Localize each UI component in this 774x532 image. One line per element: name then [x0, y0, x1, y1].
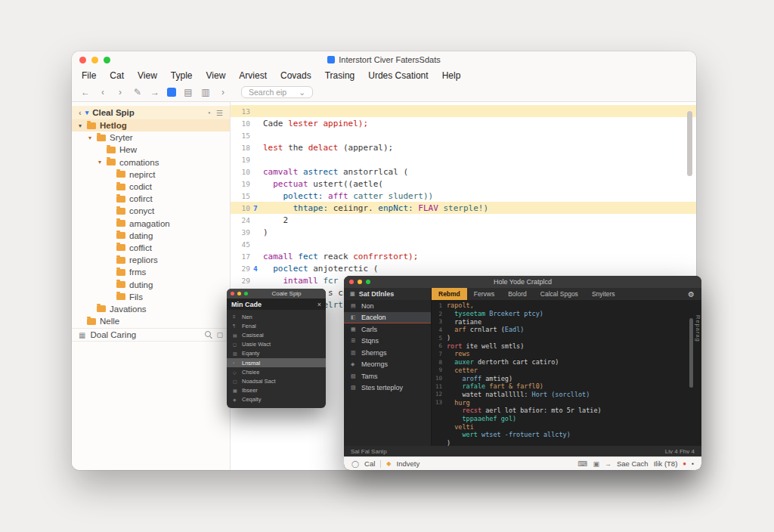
dark-editor-line[interactable]: 7 rews — [435, 350, 697, 358]
dark-editor-line[interactable]: recst aerl lot bafior: mto 5r latie) — [435, 407, 697, 415]
sidebar-item-comations[interactable]: ▾comations — [72, 156, 230, 169]
chevron-right-icon[interactable]: › — [218, 87, 228, 97]
menu-item-urdes-csationt[interactable]: Urdes Csationt — [368, 70, 428, 81]
back-chevron-icon[interactable]: ‹ — [79, 108, 82, 117]
statusbar-ilik-label[interactable]: Ilik (T8) — [654, 459, 678, 468]
dark-editor-line[interactable]: 9 cetter — [435, 367, 697, 375]
dark-editor-line[interactable]: tppaaehef gol) — [435, 415, 697, 423]
sidebar-item-duting[interactable]: duting — [72, 278, 230, 290]
statusbar-item-indvety[interactable]: Indvety — [397, 459, 420, 468]
dark-titlebar[interactable]: Hole Yode Cratplcd — [344, 276, 701, 288]
dark-sidebar-item-eacelon[interactable]: ◧Eacelon — [344, 312, 431, 324]
statusbar-cache-label[interactable]: Sae Cach — [617, 459, 649, 468]
tab-snyiters[interactable]: Snyiters — [585, 288, 622, 300]
editor-line[interactable]: 107 thtape: ceiingr. enpNct: FLAV sterpl… — [231, 202, 696, 214]
dark-sidebar-item-stes-terteploy[interactable]: ▨Stes terteploy — [344, 382, 431, 394]
panel-icon[interactable]: ▤ — [183, 87, 194, 97]
popup-item-ibseer[interactable]: ▦Ibseer — [227, 386, 326, 395]
sidebar-item-codict[interactable]: codict — [72, 181, 230, 193]
popup-minimize-button[interactable] — [237, 292, 241, 295]
popup-item-casiseal[interactable]: ▤Casiseal — [227, 330, 326, 339]
dark-sidebar-item-non[interactable]: ▤Non — [344, 300, 431, 312]
dark-editor-line[interactable]: 3 ratiane — [435, 317, 697, 326]
dark-editor-line[interactable]: 1rapolt, — [435, 302, 697, 310]
keyboard-icon[interactable]: ⌨ — [577, 460, 587, 468]
next-icon[interactable]: › — [115, 87, 125, 97]
dark-editor-line[interactable]: ) — [435, 439, 697, 446]
window-panel-icon[interactable]: ▣ — [593, 460, 599, 468]
popup-item-nen[interactable]: ≡Nen — [227, 312, 326, 321]
popup-close-button[interactable] — [231, 292, 234, 295]
menu-item-file[interactable]: File — [82, 70, 96, 81]
filter-box-icon[interactable]: ▢ — [216, 331, 223, 339]
dark-sidebar-item-carls[interactable]: ▦Carls — [344, 323, 431, 336]
dark-sidebar-item-stqns[interactable]: ☰Stqns — [344, 336, 431, 348]
editor-line[interactable]: 45 — [231, 238, 696, 250]
sidebar-item-conyct[interactable]: conyct — [72, 205, 230, 217]
dark-editor-line[interactable]: 10 aroff amtieg) — [435, 374, 697, 382]
popup-zoom-button[interactable] — [244, 292, 248, 295]
menu-item-covads[interactable]: Covads — [280, 70, 311, 81]
menu-item-arviest[interactable]: Arviest — [239, 70, 267, 81]
back-icon[interactable]: ← — [80, 87, 91, 97]
editor-line[interactable]: 39) — [231, 226, 696, 238]
sidebar-item-dating[interactable]: dating — [72, 230, 230, 242]
editor-line[interactable]: 19 — [231, 153, 696, 165]
dark-sidebar-item-sherngs[interactable]: ▥Sherngs — [344, 347, 431, 359]
sidebar-item-nelle[interactable]: Nelle — [72, 315, 230, 327]
editor-line[interactable]: 10Cade lester appinel); — [231, 117, 696, 129]
titlebar[interactable]: Interstort Civer FatersSdats — [72, 51, 696, 68]
list-icon[interactable]: ☰ — [216, 109, 223, 117]
dark-editor-line[interactable]: velti — [435, 422, 697, 431]
sidebar-item-repliors[interactable]: repliors — [72, 254, 230, 266]
editor-line[interactable]: 19 pectuat ustert((aetle( — [231, 178, 696, 190]
minimize-button[interactable] — [91, 57, 98, 63]
disclosure-triangle-icon[interactable]: ▾ — [98, 159, 104, 165]
dark-code-editor[interactable]: 1rapolt,2 tyseetam Brcekert ptcy)3 ratia… — [432, 300, 701, 446]
sidebar-item-frms[interactable]: frms — [72, 266, 230, 278]
popup-item-noadsal-sact[interactable]: ▢Noadsal Sact — [227, 376, 326, 385]
edit-icon[interactable]: ✎ — [132, 87, 143, 97]
dark-editor-line[interactable]: wert wtset -frotuert allcty) — [435, 431, 697, 439]
popup-item-uasie-wact[interactable]: ◻Uasie Wact — [227, 340, 326, 349]
sidebar-header[interactable]: ‹ ▾ Cleal Spip ◔ ☰ — [72, 106, 230, 119]
sidebar-item-coffict[interactable]: coffict — [72, 242, 230, 254]
sidebar-item-amagation[interactable]: amagation — [72, 218, 230, 230]
prev-icon[interactable]: ‹ — [98, 87, 108, 97]
editor-scrollbar[interactable] — [687, 111, 692, 176]
popup-item-eqanty[interactable]: ▥Eqanty — [227, 349, 326, 358]
editor-line[interactable]: 15 — [231, 129, 696, 141]
popup-item-fenal[interactable]: ¶Fenal — [227, 321, 326, 330]
editor-line[interactable]: 17camall fect reack confrrstort); — [231, 250, 696, 262]
dark-scrollbar[interactable] — [689, 318, 693, 388]
popup-titlebar[interactable]: Coale Spip — [227, 289, 326, 298]
editor-line[interactable]: 294 poclect anjoterctic ( — [231, 262, 696, 274]
menu-item-view[interactable]: View — [206, 70, 226, 81]
editor-line[interactable]: 10camvalt astrect anstorrlcal ( — [231, 165, 696, 178]
tab-fervws[interactable]: Fervws — [467, 288, 501, 300]
editor-line[interactable]: 13 — [231, 105, 696, 117]
disclosure-triangle-icon[interactable]: ▾ — [79, 122, 85, 129]
popup-item-chsiee[interactable]: ◇Chsiee — [227, 367, 326, 376]
sidebar-item-fils[interactable]: Fils — [72, 291, 230, 303]
menu-item-view[interactable]: View — [138, 70, 157, 81]
tab-calcal-spgos[interactable]: Calcal Spgos — [534, 288, 585, 300]
sidebar-item-hew[interactable]: Hew — [72, 144, 230, 156]
dark-editor-line[interactable]: 2 tyseetam Brcekert ptcy) — [435, 310, 697, 318]
sidebar-item-cofirct[interactable]: cofirct — [72, 193, 230, 205]
blue-square-icon[interactable] — [167, 88, 176, 97]
menu-item-typle[interactable]: Typle — [171, 70, 193, 81]
dark-editor-line[interactable]: 6rort ite well smtls) — [435, 342, 697, 350]
disclosure-triangle-icon[interactable]: ▾ — [88, 135, 94, 141]
arrow-right-icon[interactable]: → — [605, 460, 611, 468]
dark-editor-line[interactable]: 8 auxer dertorth cart catiro) — [435, 358, 697, 367]
dark-editor-line[interactable]: 4 arf crnlart (Eadl) — [435, 326, 697, 334]
zoom-button[interactable] — [104, 57, 110, 63]
menu-item-help[interactable]: Help — [442, 70, 461, 81]
dark-sidebar-item-meorngs[interactable]: ◈Meorngs — [344, 359, 431, 371]
close-icon[interactable]: × — [317, 301, 321, 308]
sidebar-item-hetlog[interactable]: ▾Hetlog — [72, 119, 230, 131]
search-icon[interactable] — [205, 331, 211, 337]
menu-item-trasing[interactable]: Trasing — [325, 70, 355, 81]
editor-line[interactable]: 18lest the delact (apperal); — [231, 141, 696, 153]
